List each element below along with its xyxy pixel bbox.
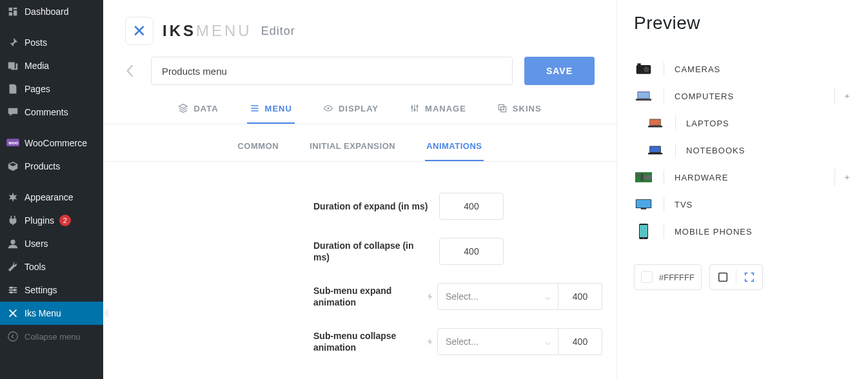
sidebar-label: Products: [25, 161, 60, 171]
sidebar-item-tools[interactable]: Tools: [0, 255, 103, 278]
sidebar-item-media[interactable]: Media: [0, 54, 103, 77]
svg-point-6: [8, 332, 17, 341]
field-expand-duration: Duration of expand (in ms): [103, 184, 616, 229]
square-icon: [717, 271, 729, 283]
sidebar-label: Settings: [25, 285, 57, 295]
submenu-collapse-num[interactable]: [558, 328, 602, 355]
svg-rect-26: [637, 174, 640, 177]
sliders-icon: [409, 103, 420, 113]
expand-icon[interactable]: ＋: [834, 88, 851, 104]
save-button[interactable]: SAVE: [524, 57, 595, 85]
sidebar-item-plugins[interactable]: Plugins 2: [0, 209, 103, 232]
tools-icon: [6, 260, 19, 273]
sidebar-item-comments[interactable]: Comments: [0, 101, 103, 124]
svg-point-10: [416, 105, 418, 107]
wp-admin-sidebar: Dashboard Posts Media Pages Comments woo…: [0, 0, 103, 379]
secondary-tabs: COMMON INITIAL EXPANSION ANIMATIONS: [103, 124, 616, 162]
fullscreen-icon: [744, 271, 755, 283]
preview-label: NOTEBOOKS: [686, 146, 745, 155]
sidebar-item-settings[interactable]: Settings: [0, 278, 103, 302]
tab-display[interactable]: DISPLAY: [321, 98, 381, 124]
svg-rect-18: [636, 99, 651, 101]
preview-item-mobile[interactable]: MOBILE PHONES: [634, 218, 851, 245]
sidebar-label: Users: [25, 238, 48, 249]
menu-name-input[interactable]: [151, 57, 513, 85]
svg-rect-35: [719, 273, 727, 282]
svg-point-5: [10, 291, 13, 294]
preview-item-notebooks[interactable]: NOTEBOOKS: [634, 137, 851, 164]
sidebar-item-dashboard[interactable]: Dashboard: [0, 0, 103, 23]
field-collapse-duration: Duration of collapse (in ms): [103, 229, 616, 274]
field-submenu-collapse: Sub-menu collapse animation Select... ⌵: [103, 319, 616, 364]
preview-title: Preview: [634, 13, 851, 34]
svg-text:woo: woo: [8, 141, 18, 146]
sidebar-label: Collapse menu: [25, 332, 81, 342]
layers-icon: [178, 103, 188, 113]
preview-item-hardware[interactable]: HARDWARE ＋: [634, 164, 851, 191]
viewport-button[interactable]: [710, 271, 736, 283]
fullscreen-button[interactable]: [736, 271, 762, 283]
field-label: Sub-menu collapse animation: [313, 330, 423, 353]
sidebar-item-pages[interactable]: Pages: [0, 77, 103, 101]
form-area: Duration of expand (in ms) Duration of c…: [103, 162, 616, 364]
submenu-expand-select[interactable]: Select... ⌵: [437, 283, 558, 310]
reset-button[interactable]: [423, 337, 437, 346]
pin-icon: [6, 36, 19, 49]
preview-item-computers[interactable]: COMPUTERS ＋: [634, 83, 851, 110]
svg-point-14: [644, 67, 649, 73]
tab-animations[interactable]: ANIMATIONS: [425, 137, 483, 161]
sidebar-item-woocommerce[interactable]: woo WooCommerce: [0, 131, 103, 155]
svg-rect-12: [500, 107, 506, 112]
reset-button[interactable]: [423, 292, 437, 301]
tab-manage[interactable]: MANAGE: [407, 98, 469, 124]
woo-icon: woo: [6, 137, 19, 150]
collapse-duration-input[interactable]: [439, 238, 504, 265]
preview-label: CAMERAS: [675, 64, 720, 74]
preview-panel: Preview CAMERAS COMPUTERS ＋ LAPTOPS NOTE…: [616, 0, 868, 379]
tab-skins[interactable]: SKINS: [495, 98, 544, 124]
bolt-icon: [426, 292, 435, 301]
preview-controls: #FFFFFF: [634, 264, 851, 290]
editor-panel: ✕ IKSMENU Editor SAVE DATA MENU: [103, 0, 616, 379]
sidebar-item-iks-menu[interactable]: Iks Menu: [0, 302, 103, 325]
submenu-expand-num[interactable]: [558, 283, 602, 310]
svg-point-7: [327, 107, 329, 109]
expand-duration-input[interactable]: [439, 193, 504, 220]
field-submenu-expand: Sub-menu expand animation Select... ⌵: [103, 274, 616, 319]
preview-label: HARDWARE: [675, 173, 728, 182]
expand-icon[interactable]: ＋: [834, 169, 851, 186]
sidebar-label: Media: [25, 61, 49, 71]
editor-subtitle: Editor: [261, 24, 295, 38]
tab-menu[interactable]: MENU: [247, 98, 295, 124]
laptop-icon: [646, 113, 665, 133]
svg-point-3: [10, 287, 13, 289]
preview-item-tvs[interactable]: TVS: [634, 191, 851, 218]
background-color-picker[interactable]: #FFFFFF: [634, 264, 702, 290]
appearance-icon: [6, 191, 19, 204]
sidebar-collapse[interactable]: Collapse menu: [0, 325, 103, 348]
preview-item-cameras[interactable]: CAMERAS: [634, 55, 851, 83]
sidebar-item-appearance[interactable]: Appearance: [0, 186, 103, 209]
back-button[interactable]: [120, 61, 139, 81]
svg-point-9: [413, 109, 415, 111]
sidebar-item-users[interactable]: Users: [0, 232, 103, 255]
tab-initial-expansion[interactable]: INITIAL EXPANSION: [308, 137, 397, 161]
preview-label: TVS: [675, 200, 693, 209]
preview-item-laptops[interactable]: LAPTOPS: [634, 110, 851, 137]
pages-icon: [6, 83, 19, 95]
laptop-icon: [634, 86, 653, 106]
sidebar-label: Iks Menu: [25, 308, 61, 318]
submenu-collapse-select[interactable]: Select... ⌵: [437, 328, 558, 355]
sidebar-item-posts[interactable]: Posts: [0, 31, 103, 54]
tab-common[interactable]: COMMON: [236, 137, 280, 161]
products-icon: [6, 160, 19, 173]
tv-icon: [634, 195, 653, 214]
bolt-icon: [426, 337, 435, 346]
svg-rect-30: [636, 200, 651, 208]
copy-icon: [497, 103, 508, 113]
svg-rect-21: [648, 126, 662, 127]
tab-data[interactable]: DATA: [175, 98, 221, 124]
collapse-icon: [6, 330, 19, 343]
plugins-icon: [6, 214, 19, 227]
sidebar-item-products[interactable]: Products: [0, 155, 103, 178]
